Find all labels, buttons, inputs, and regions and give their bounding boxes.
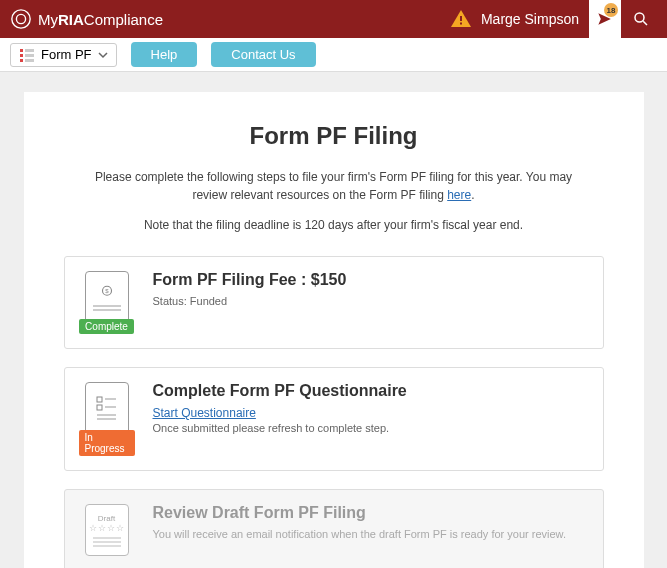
brand-text: MyRIACompliance: [38, 11, 163, 28]
intro-link[interactable]: here: [447, 188, 471, 202]
status-badge: Complete: [79, 319, 134, 334]
intro-text: Please complete the following steps to f…: [94, 168, 574, 204]
dropdown-label: Form PF: [41, 47, 92, 62]
svg-rect-3: [460, 23, 462, 25]
step-title: Form PF Filing Fee : $150: [153, 271, 589, 289]
logo-icon: [10, 8, 32, 30]
step-review-draft: Draft ☆☆☆☆ Review Draft Form PF Filing Y…: [64, 489, 604, 568]
svg-rect-8: [20, 59, 23, 62]
status-badge: In Progress: [79, 430, 135, 456]
toolbar: Form PF Help Contact Us: [0, 38, 667, 72]
svg-rect-15: [97, 405, 102, 410]
user-name[interactable]: Marge Simpson: [481, 11, 579, 27]
app-header: MyRIACompliance Marge Simpson 18: [0, 0, 667, 38]
page-body: Form PF Filing Please complete the follo…: [0, 72, 667, 568]
search-button[interactable]: [625, 0, 657, 38]
svg-rect-14: [97, 397, 102, 402]
svg-rect-9: [25, 49, 34, 52]
chevron-down-icon: [98, 50, 108, 60]
stars-icon: ☆☆☆☆: [89, 523, 125, 533]
step-title: Complete Form PF Questionnaire: [153, 382, 589, 400]
document-draft-icon: Draft ☆☆☆☆: [85, 504, 129, 556]
svg-point-1: [16, 14, 25, 23]
step-sub: You will receive an email notification w…: [153, 528, 589, 540]
contact-us-button[interactable]: Contact Us: [211, 42, 315, 67]
list-icon: [19, 47, 35, 63]
svg-line-5: [643, 21, 647, 25]
svg-point-0: [12, 10, 30, 28]
section-dropdown[interactable]: Form PF: [10, 43, 117, 67]
svg-rect-2: [460, 16, 462, 21]
step-questionnaire: In Progress Complete Form PF Questionnai…: [64, 367, 604, 471]
search-icon: [632, 10, 650, 28]
step-filing-fee: $ Complete Form PF Filing Fee : $150 Sta…: [64, 256, 604, 349]
step-status: Status: Funded: [153, 295, 589, 307]
deadline-note: Note that the filing deadline is 120 day…: [64, 218, 604, 232]
svg-text:$: $: [105, 288, 109, 294]
warning-icon[interactable]: [449, 7, 473, 31]
step-sub: Once submitted please refresh to complet…: [153, 422, 589, 434]
svg-rect-11: [25, 59, 34, 62]
svg-rect-10: [25, 54, 34, 57]
svg-point-4: [635, 13, 644, 22]
notification-badge: 18: [604, 3, 618, 17]
start-questionnaire-link[interactable]: Start Questionnaire: [153, 406, 589, 420]
document-dollar-icon: $: [85, 271, 129, 323]
svg-rect-7: [20, 54, 23, 57]
step-title: Review Draft Form PF Filing: [153, 504, 589, 522]
main-card: Form PF Filing Please complete the follo…: [24, 92, 644, 568]
svg-rect-6: [20, 49, 23, 52]
notifications-button[interactable]: 18: [589, 0, 621, 38]
document-checklist-icon: [85, 382, 129, 434]
help-button[interactable]: Help: [131, 42, 198, 67]
page-title: Form PF Filing: [64, 122, 604, 150]
